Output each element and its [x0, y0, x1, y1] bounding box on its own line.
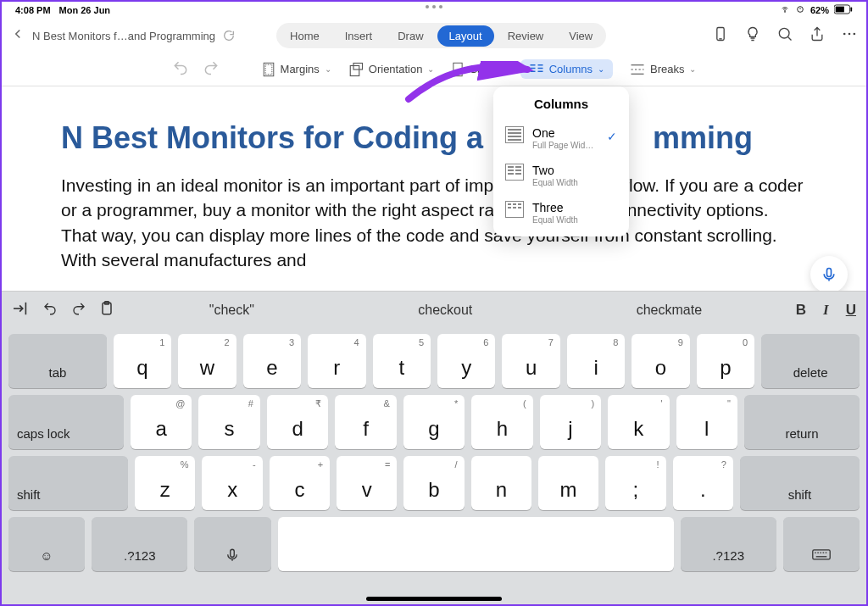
kb-undo-icon[interactable] [41, 301, 59, 320]
dictate-button[interactable] [810, 256, 848, 293]
key-p[interactable]: 0p [697, 334, 754, 388]
suggestion-1[interactable]: "check" [201, 299, 263, 321]
three-column-icon [505, 201, 524, 218]
doc-paragraph[interactable]: Investing in an ideal monitor is an impo… [61, 173, 807, 273]
columns-option-two[interactable]: Two Equal Width [493, 157, 629, 194]
tab-view[interactable]: View [557, 25, 604, 47]
key-x[interactable]: -x [202, 456, 262, 510]
search-icon[interactable] [776, 25, 793, 46]
key-f[interactable]: &f [335, 395, 396, 449]
breaks-button[interactable]: Breaks⌄ [630, 63, 696, 75]
tab-draw[interactable]: Draw [386, 25, 435, 47]
key-u[interactable]: 7u [502, 334, 559, 388]
key-y-main: y [461, 356, 471, 380]
key-c[interactable]: +c [270, 456, 330, 510]
key-d[interactable]: ₹d [267, 395, 328, 449]
mobile-view-icon[interactable] [712, 25, 729, 46]
key-shift-right-label: shift [788, 487, 812, 502]
key-period[interactable]: ?. [673, 456, 733, 510]
option-two-sub: Equal Width [532, 178, 578, 187]
key-w[interactable]: 2w [178, 334, 236, 388]
check-icon: ✓ [607, 130, 617, 143]
tab-review[interactable]: Review [496, 25, 556, 47]
key-delete[interactable]: delete [761, 334, 860, 388]
key-q[interactable]: 1q [114, 334, 171, 388]
indent-icon[interactable] [12, 301, 31, 320]
suggestion-2[interactable]: checkout [409, 299, 481, 321]
orientation-label: Orientation [369, 63, 423, 75]
key-j[interactable]: )j [540, 395, 601, 449]
battery-percent: 62% [810, 5, 829, 15]
tab-insert[interactable]: Insert [333, 25, 385, 47]
key-capslock[interactable]: caps lock [8, 395, 124, 449]
redo-button[interactable] [203, 59, 220, 79]
key-emoji[interactable]: ☺ [8, 517, 85, 571]
sync-icon[interactable] [222, 29, 236, 42]
key-v[interactable]: =v [337, 456, 397, 510]
key-mic[interactable] [194, 517, 270, 571]
key-o[interactable]: 9o [632, 334, 689, 388]
clipboard-icon[interactable] [98, 300, 115, 320]
kb-redo-icon[interactable] [70, 301, 88, 320]
underline-button[interactable]: U [846, 302, 856, 319]
key-c-alt: + [318, 459, 323, 470]
key-hide-keyboard[interactable] [783, 517, 860, 571]
columns-button[interactable]: Columns⌄ [520, 59, 613, 79]
key-e-main: e [266, 356, 277, 380]
key-n[interactable]: n [471, 456, 531, 510]
key-e[interactable]: 3e [243, 334, 301, 388]
svg-rect-3 [836, 7, 844, 13]
more-icon[interactable] [841, 25, 858, 46]
key-b[interactable]: /b [403, 456, 464, 510]
key-numbers-right[interactable]: .?123 [681, 517, 776, 571]
document-title[interactable]: N Best Monitors f…and Programming [32, 30, 215, 42]
key-tab[interactable]: tab [8, 334, 107, 388]
key-space[interactable] [278, 517, 674, 571]
key-b-alt: / [455, 459, 458, 470]
key-numbers-left[interactable]: .?123 [92, 517, 187, 571]
size-label: Size [470, 63, 491, 75]
key-shift-right[interactable]: shift [740, 456, 860, 510]
bold-button[interactable]: B [796, 302, 806, 319]
one-column-icon [505, 126, 524, 143]
share-icon[interactable] [809, 25, 826, 46]
key-l[interactable]: "l [676, 395, 737, 449]
columns-option-three[interactable]: Three Equal Width [493, 194, 629, 231]
key-semicolon[interactable]: !; [605, 456, 665, 510]
key-a[interactable]: @a [131, 395, 192, 449]
key-g-alt: * [454, 398, 458, 409]
key-r[interactable]: 4r [308, 334, 365, 388]
key-return[interactable]: return [744, 395, 860, 449]
wifi-icon [780, 5, 790, 15]
key-i[interactable]: 8i [567, 334, 625, 388]
two-column-icon [505, 164, 524, 181]
back-button[interactable] [10, 26, 25, 45]
keyboard-icon [812, 549, 831, 563]
key-k[interactable]: 'k [608, 395, 669, 449]
orientation-button[interactable]: Orientation⌄ [348, 62, 435, 77]
key-h[interactable]: (h [471, 395, 532, 449]
italic-button[interactable]: I [823, 302, 829, 319]
key-s[interactable]: #s [198, 395, 259, 449]
undo-button[interactable] [172, 59, 189, 79]
key-m[interactable]: m [538, 456, 598, 510]
key-shift-left[interactable]: shift [8, 456, 128, 510]
key-t[interactable]: 5t [373, 334, 431, 388]
columns-option-one[interactable]: One Full Page Wid… ✓ [493, 120, 629, 157]
drag-dots-icon[interactable] [426, 5, 442, 8]
breaks-label: Breaks [650, 63, 684, 75]
lightbulb-icon[interactable] [744, 25, 761, 46]
key-j-main: j [568, 417, 572, 441]
key-z[interactable]: %z [135, 456, 195, 510]
suggestion-3[interactable]: checkmate [628, 299, 710, 321]
key-t-alt: 5 [419, 337, 424, 347]
doc-heading[interactable]: N Best Monitors for Coding a mming [61, 120, 807, 156]
document-canvas[interactable]: N Best Monitors for Coding a mming Inves… [2, 86, 866, 291]
key-g[interactable]: *g [403, 395, 465, 449]
tab-layout[interactable]: Layout [437, 25, 494, 47]
margins-button[interactable]: Margins⌄ [262, 62, 331, 77]
home-indicator[interactable] [366, 597, 502, 601]
key-y[interactable]: 6y [437, 334, 495, 388]
tab-home[interactable]: Home [278, 25, 331, 47]
size-button[interactable]: Size⌄ [451, 62, 503, 77]
